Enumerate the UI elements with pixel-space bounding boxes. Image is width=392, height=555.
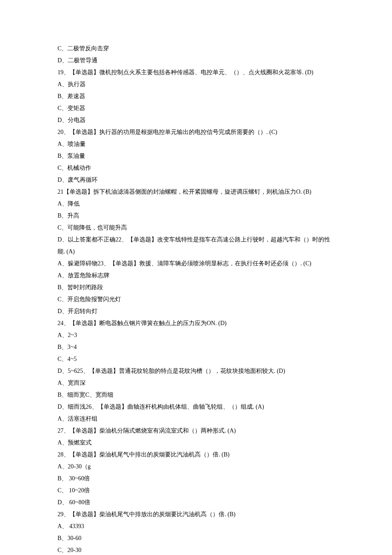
- text-line: B、升高: [58, 210, 337, 222]
- text-line: A、放置危险标志牌: [58, 270, 337, 282]
- text-line: C、 10~20倍: [58, 485, 337, 497]
- text-line: C、开启危险报警闪光灯: [58, 293, 337, 305]
- text-line: C、机械动作: [58, 162, 337, 174]
- text-line: C、二极管反向击穿: [58, 43, 337, 55]
- text-line: C、4~5: [58, 353, 337, 365]
- text-line: D、以上答案都不正确22、【单选题】改变车线特性是指车在高速公路上行驶时，超越汽…: [58, 234, 337, 258]
- text-line: A、 43393: [58, 520, 337, 532]
- text-line: D、分电器: [58, 114, 337, 126]
- text-line: B、 30~60倍: [58, 473, 337, 485]
- text-line: B、泵油量: [58, 150, 337, 162]
- text-line: D、开启转向灯: [58, 305, 337, 317]
- document-page: C、二极管反向击穿 D、二极管导通 19、【单选题】微机控制点火系主要包括各种传…: [0, 0, 392, 555]
- text-line: B、30-60: [58, 532, 337, 544]
- text-line: A、20-30（g: [58, 461, 337, 473]
- text-line: A、预燃室式: [58, 437, 337, 449]
- text-line: A、2~3: [58, 329, 337, 341]
- text-line: D、细而浅26、【单选题】曲轴连杆机构由机体组、曲轴飞轮组、（）组成. (A): [58, 401, 337, 413]
- text-line: A、降低: [58, 198, 337, 210]
- text-line: 27、【单选题】柴油机分隔式燃烧室有涡流室式和（）两种形式. (A): [58, 425, 337, 437]
- text-line: 28、【单选题】柴油机尾气中排出的炭烟要比汽油机高（）倍. (B): [58, 449, 337, 461]
- text-line: B、3~4: [58, 341, 337, 353]
- text-line: B、差速器: [58, 90, 337, 102]
- text-line: B、细而宽C、宽而细: [58, 389, 337, 401]
- text-line: A、宽而深: [58, 377, 337, 389]
- text-line: 19、【单选题】微机控制点火系主要包括各种传感器、电控单元、（）、点火线圈和火花…: [58, 67, 337, 78]
- text-line: D、二极管导通: [58, 55, 337, 67]
- text-line: A、执行器: [58, 78, 337, 90]
- text-line: D、5~625、【单选题】普通花纹轮胎的特点是花纹沟槽（），花纹块接地面积较大.…: [58, 365, 337, 377]
- text-line: A、活塞连杆组: [58, 413, 337, 425]
- text-line: A、躲避障碍物23、【单选题】救援、清障车辆必须喷涂明显标志，在执行任务时还必须…: [58, 258, 337, 270]
- text-line: 20、【单选题】执行器的功用是根据电控单元输出的电控信号完成所需要的（）. (C…: [58, 126, 337, 138]
- text-line: D、 60~80倍: [58, 497, 337, 509]
- text-line: C、20-30: [58, 544, 337, 555]
- text-line: C、可能降低，也可能升高: [58, 222, 337, 234]
- text-line: B、暂时封闭路段: [58, 282, 337, 293]
- text-line: D、废气再循环: [58, 174, 337, 186]
- text-line: 29、【单选题】柴油机尾气中排放出的炭烟要比汽油机高（）倍. (B): [58, 509, 337, 520]
- text-line: A、喷油量: [58, 138, 337, 150]
- text-line: 24、【单选题】断电器触点钢片弹簧在触点上的压力应为ON. (D): [58, 317, 337, 329]
- text-line: 21【单选题】拆下机油滤清器侧面的封油螺帽，松开紧固螺母，旋进调压螺钉，则机油压…: [58, 186, 337, 198]
- text-line: C、变矩器: [58, 102, 337, 114]
